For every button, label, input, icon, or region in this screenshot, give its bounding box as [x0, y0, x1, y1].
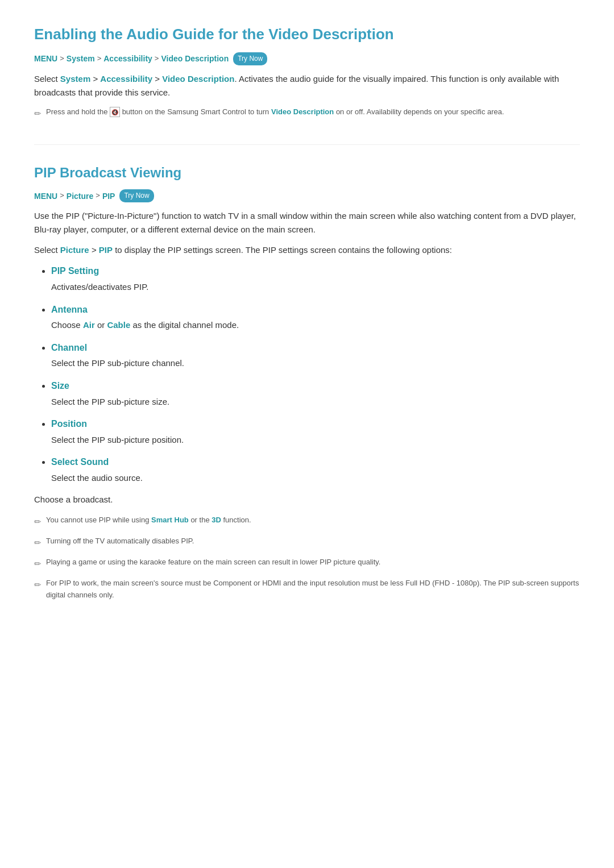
breadcrumb2-sep2: >	[96, 190, 100, 202]
inline-link-picture[interactable]: Picture	[60, 245, 89, 255]
inline-link-cable[interactable]: Cable	[107, 320, 130, 330]
inline-link-system[interactable]: System	[60, 74, 90, 84]
pip-options-list: PIP Setting Activates/deactivates PIP. A…	[34, 264, 580, 485]
try-now-badge-1[interactable]: Try Now	[233, 52, 267, 65]
link-3d[interactable]: 3D	[211, 516, 221, 524]
note-smart-hub-text: You cannot use PIP while using Smart Hub…	[46, 514, 251, 526]
breadcrumb-system[interactable]: System	[67, 52, 95, 65]
inline-link-video-desc[interactable]: Video Description	[162, 74, 234, 84]
note-smart-hub: ✏ You cannot use PIP while using Smart H…	[34, 514, 580, 529]
note-game-karaoke: ✏ Playing a game or using the karaoke fe…	[34, 556, 580, 571]
list-term-channel[interactable]: Channel	[51, 340, 580, 355]
breadcrumb-sep2: >	[97, 53, 102, 65]
list-item-antenna: Antenna Choose Air or Cable as the digit…	[51, 302, 580, 333]
section1-breadcrumb: MENU > System > Accessibility > Video De…	[34, 52, 580, 65]
note-game-karaoke-text: Playing a game or using the karaoke feat…	[46, 556, 380, 568]
note-turning-off-text: Turning off the TV automatically disable…	[46, 535, 194, 547]
section2-body1: Use the PIP ("Picture-In-Picture") funct…	[34, 209, 580, 236]
section-video-description: Enabling the Audio Guide for the Video D…	[34, 23, 580, 145]
list-item-size: Size Select the PIP sub-picture size.	[51, 379, 580, 409]
note-component-hdmi-text: For PIP to work, the main screen's sourc…	[46, 578, 580, 601]
list-desc-size: Select the PIP sub-picture size.	[51, 397, 169, 406]
breadcrumb2-menu[interactable]: MENU	[34, 190, 57, 202]
breadcrumb-sep1: >	[60, 53, 64, 65]
section-pip: PIP Broadcast Viewing MENU > Picture > P…	[34, 162, 580, 601]
breadcrumb2-picture[interactable]: Picture	[67, 190, 93, 202]
mute-button-icon: 🔇	[110, 107, 120, 117]
list-item-pip-setting: PIP Setting Activates/deactivates PIP.	[51, 264, 580, 294]
list-item-position: Position Select the PIP sub-picture posi…	[51, 417, 580, 447]
breadcrumb-sep3: >	[155, 53, 159, 65]
choose-broadcast: Choose a broadcast.	[34, 493, 580, 506]
section1-note: ✏ Press and hold the 🔇 button on the Sam…	[34, 106, 580, 121]
inline-link-air[interactable]: Air	[83, 320, 95, 330]
list-item-select-sound: Select Sound Select the audio source.	[51, 455, 580, 485]
list-item-channel: Channel Select the PIP sub-picture chann…	[51, 340, 580, 371]
section2-body2: Select Picture > PIP to display the PIP …	[34, 243, 580, 257]
note-turning-off: ✏ Turning off the TV automatically disab…	[34, 535, 580, 550]
list-desc-select-sound: Select the audio source.	[51, 473, 143, 483]
section2-breadcrumb: MENU > Picture > PIP Try Now	[34, 189, 580, 202]
breadcrumb-video-description[interactable]: Video Description	[161, 52, 229, 65]
pencil-icon-4: ✏	[34, 557, 42, 571]
breadcrumb2-sep1: >	[60, 190, 64, 202]
list-desc-antenna: Choose Air or Cable as the digital chann…	[51, 320, 239, 330]
section2-title: PIP Broadcast Viewing	[34, 162, 580, 184]
list-term-position[interactable]: Position	[51, 417, 580, 431]
section1-title: Enabling the Audio Guide for the Video D…	[34, 23, 580, 47]
list-desc-pip-setting: Activates/deactivates PIP.	[51, 282, 148, 292]
pencil-icon-3: ✏	[34, 536, 42, 550]
note-component-hdmi: ✏ For PIP to work, the main screen's sou…	[34, 578, 580, 601]
link-smart-hub[interactable]: Smart Hub	[151, 516, 189, 524]
breadcrumb-accessibility[interactable]: Accessibility	[103, 52, 152, 65]
list-desc-position: Select the PIP sub-picture position.	[51, 435, 184, 445]
pencil-icon-2: ✏	[34, 515, 42, 529]
breadcrumb-menu[interactable]: MENU	[34, 52, 57, 65]
sep: >	[155, 74, 162, 84]
sep: >	[92, 245, 99, 255]
list-term-select-sound[interactable]: Select Sound	[51, 455, 580, 470]
list-desc-channel: Select the PIP sub-picture channel.	[51, 358, 184, 368]
note-link-video-desc: Video Description	[271, 107, 334, 116]
list-term-antenna[interactable]: Antenna	[51, 302, 580, 317]
section1-note-text: Press and hold the 🔇 button on the Samsu…	[46, 106, 504, 118]
try-now-badge-2[interactable]: Try Now	[119, 189, 154, 202]
inline-link-accessibility[interactable]: Accessibility	[100, 74, 152, 84]
section1-body: Select System > Accessibility > Video De…	[34, 72, 580, 99]
sep: >	[93, 74, 100, 84]
list-term-size[interactable]: Size	[51, 379, 580, 393]
list-term-pip-setting[interactable]: PIP Setting	[51, 264, 580, 279]
section2-notes: ✏ You cannot use PIP while using Smart H…	[34, 514, 580, 601]
inline-link-pip[interactable]: PIP	[99, 245, 113, 255]
pencil-icon-1: ✏	[34, 107, 42, 121]
breadcrumb2-pip[interactable]: PIP	[102, 190, 115, 202]
pencil-icon-5: ✏	[34, 578, 42, 592]
